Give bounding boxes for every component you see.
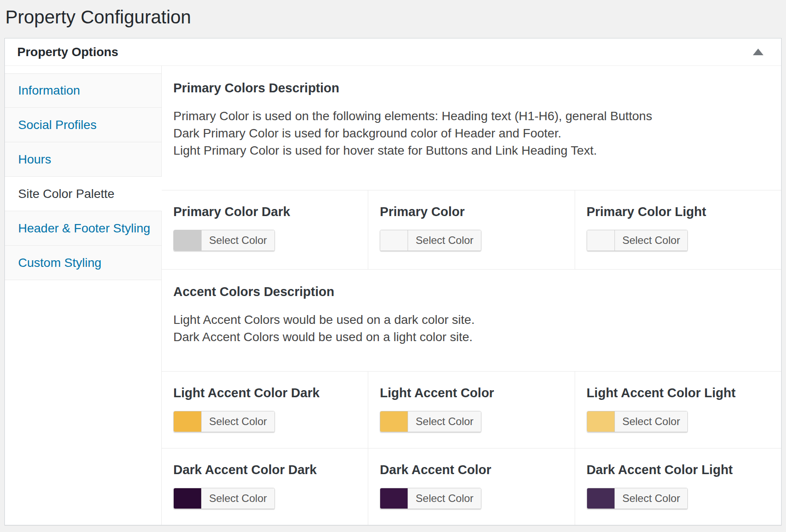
field-primary-color-light: Primary Color Light Select Color: [575, 190, 781, 269]
accent-colors-description-section: Accent Colors Description Light Accent C…: [162, 270, 781, 372]
color-swatch: [174, 230, 201, 251]
primary-colors-description-section: Primary Colors Description Primary Color…: [162, 66, 781, 190]
select-color-button-dark-accent-color-dark[interactable]: Select Color: [173, 488, 275, 509]
section-description: Primary Color is used on the following e…: [173, 107, 763, 159]
field-primary-color: Primary Color Select Color: [368, 190, 574, 269]
page-title: Property Configuration: [0, 0, 786, 28]
tab-label: Custom Styling: [18, 256, 101, 270]
select-color-label: Select Color: [408, 411, 481, 432]
panel-title: Property Options: [17, 45, 118, 59]
color-swatch: [174, 488, 201, 509]
tab-custom-styling[interactable]: Custom Styling: [5, 246, 161, 280]
section-heading: Accent Colors Description: [173, 285, 763, 299]
select-color-label: Select Color: [614, 411, 688, 432]
field-light-accent-color: Light Accent Color Select Color: [368, 372, 574, 448]
settings-tab-list: Information Social Profiles Hours Site C…: [5, 66, 162, 525]
color-swatch: [174, 411, 201, 432]
field-light-accent-color-dark: Light Accent Color Dark Select Color: [162, 372, 368, 448]
primary-color-fields-row: Primary Color Dark Select Color Primary …: [162, 190, 781, 270]
select-color-button-primary-color[interactable]: Select Color: [380, 230, 481, 251]
select-color-button-dark-accent-color[interactable]: Select Color: [380, 488, 481, 509]
color-swatch: [587, 230, 614, 251]
color-swatch: [587, 411, 614, 432]
field-primary-color-dark: Primary Color Dark Select Color: [162, 190, 368, 269]
color-swatch: [380, 488, 408, 509]
field-label: Light Accent Color Light: [587, 386, 772, 400]
admin-page: Property Configuration Property Options …: [0, 0, 786, 525]
description-line: Dark Accent Colors would be used on a li…: [173, 328, 763, 346]
select-color-button-dark-accent-color-light[interactable]: Select Color: [587, 488, 688, 509]
field-label: Dark Accent Color Dark: [173, 463, 359, 477]
select-color-button-light-accent-color-light[interactable]: Select Color: [587, 411, 688, 432]
color-swatch: [380, 411, 408, 432]
select-color-button-primary-color-dark[interactable]: Select Color: [173, 230, 275, 251]
select-color-button-primary-color-light[interactable]: Select Color: [587, 230, 688, 251]
tab-label: Site Color Palette: [18, 187, 114, 201]
field-label: Light Accent Color Dark: [173, 386, 359, 400]
field-label: Light Accent Color: [380, 386, 565, 400]
field-label: Dark Accent Color: [380, 463, 565, 477]
field-label: Dark Accent Color Light: [587, 463, 772, 477]
light-accent-color-fields-row: Light Accent Color Dark Select Color Lig…: [162, 372, 781, 448]
description-line: Primary Color is used on the following e…: [173, 107, 763, 125]
description-line: Light Primary Color is used for hover st…: [173, 142, 763, 159]
tab-header-footer-styling[interactable]: Header & Footer Styling: [5, 211, 161, 246]
field-light-accent-color-light: Light Accent Color Light Select Color: [575, 372, 781, 448]
collapse-arrow-icon: [753, 49, 763, 55]
panel-header: Property Options: [5, 38, 781, 66]
select-color-label: Select Color: [614, 488, 688, 509]
select-color-label: Select Color: [408, 230, 481, 251]
description-line: Dark Primary Color is used for backgroun…: [173, 125, 763, 142]
dark-accent-color-fields-row: Dark Accent Color Dark Select Color Dark…: [162, 448, 781, 525]
color-swatch: [587, 488, 614, 509]
select-color-button-light-accent-color-dark[interactable]: Select Color: [173, 411, 275, 432]
property-options-panel: Property Options Information Social Prof…: [4, 38, 782, 525]
tab-label: Social Profiles: [18, 118, 96, 132]
section-heading: Primary Colors Description: [173, 81, 763, 95]
field-label: Primary Color Light: [587, 205, 772, 219]
tab-site-color-palette[interactable]: Site Color Palette: [5, 177, 162, 211]
tab-information[interactable]: Information: [5, 73, 161, 108]
collapse-panel-button[interactable]: [749, 45, 767, 59]
tab-label: Header & Footer Styling: [18, 221, 150, 236]
tab-label: Information: [18, 84, 80, 98]
description-line: Light Accent Colors would be used on a d…: [173, 311, 763, 328]
color-swatch: [380, 230, 408, 251]
select-color-label: Select Color: [408, 488, 481, 509]
field-dark-accent-color: Dark Accent Color Select Color: [368, 448, 574, 525]
panel-body: Information Social Profiles Hours Site C…: [5, 66, 781, 525]
tab-hours[interactable]: Hours: [5, 142, 161, 177]
field-dark-accent-color-dark: Dark Accent Color Dark Select Color: [162, 448, 368, 525]
tab-panel-site-color-palette: Primary Colors Description Primary Color…: [162, 66, 781, 525]
section-description: Light Accent Colors would be used on a d…: [173, 311, 763, 346]
select-color-button-light-accent-color[interactable]: Select Color: [380, 411, 481, 432]
tab-social-profiles[interactable]: Social Profiles: [5, 108, 161, 142]
field-label: Primary Color: [380, 205, 565, 219]
field-label: Primary Color Dark: [173, 205, 359, 219]
select-color-label: Select Color: [614, 230, 688, 251]
field-dark-accent-color-light: Dark Accent Color Light Select Color: [575, 448, 781, 525]
select-color-label: Select Color: [201, 230, 275, 251]
tab-label: Hours: [18, 152, 51, 167]
select-color-label: Select Color: [201, 488, 275, 509]
select-color-label: Select Color: [201, 411, 275, 432]
